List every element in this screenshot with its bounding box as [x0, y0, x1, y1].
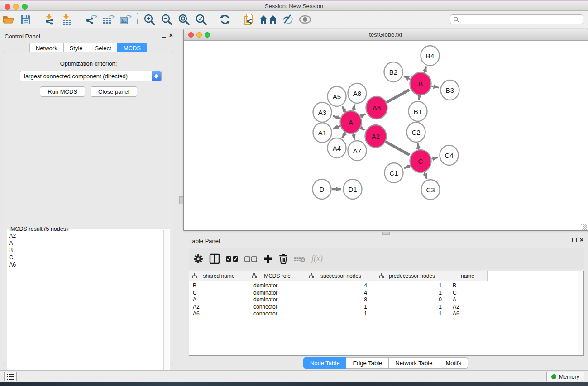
close-panel-button[interactable]: Close panel: [91, 86, 137, 97]
table-cell[interactable]: 1: [376, 290, 448, 297]
column-header-predecessor-nodes[interactable]: predecessor nodes: [376, 271, 448, 281]
close-table-panel-icon[interactable]: ×: [580, 238, 583, 242]
graph-edge-A-A4[interactable]: [342, 132, 345, 138]
graph-edge-A-A3[interactable]: [333, 116, 340, 119]
table-cell[interactable]: A: [189, 296, 249, 304]
table-cell[interactable]: C: [189, 290, 249, 297]
table-cell[interactable]: A6: [189, 310, 249, 318]
graph-node-A7[interactable]: A7: [348, 141, 367, 161]
graph-edge-B-B1[interactable]: [419, 95, 419, 100]
graph-node-A2[interactable]: A2: [365, 125, 387, 148]
deselect-all-icon[interactable]: [244, 252, 257, 266]
graph-node-C3[interactable]: C3: [421, 180, 440, 200]
export-image-icon[interactable]: [118, 13, 133, 26]
graph-edge-C-C1[interactable]: [404, 166, 410, 168]
zoom-in-icon[interactable]: [142, 13, 157, 26]
maximize-window-button[interactable]: [22, 4, 28, 10]
table-cell[interactable]: connector: [249, 310, 306, 318]
graph-node-A4[interactable]: A4: [328, 138, 346, 158]
graph-edge-A2-C[interactable]: [386, 142, 410, 155]
graph-edge-A-A6[interactable]: [361, 114, 366, 117]
graph-edge-A-A1[interactable]: [333, 126, 340, 129]
column-header-mcds-role[interactable]: MCDS role: [249, 271, 306, 281]
graph-edge-A6-B[interactable]: [387, 90, 409, 102]
hide-details-icon[interactable]: [280, 13, 296, 26]
zoom-fit-icon[interactable]: [176, 13, 191, 26]
graph-node-D[interactable]: D: [313, 179, 331, 199]
refresh-icon[interactable]: [217, 13, 233, 26]
column-header-successor-nodes[interactable]: successor nodes: [306, 271, 376, 281]
float-table-panel-icon[interactable]: [572, 238, 577, 242]
column-header-name[interactable]: name: [448, 271, 488, 281]
export-table-icon[interactable]: [100, 13, 116, 26]
graph-node-D1[interactable]: D1: [344, 179, 362, 199]
table-cell[interactable]: connector: [249, 304, 306, 311]
network-maximize-button[interactable]: [205, 32, 210, 38]
graph-node-B4[interactable]: B4: [421, 46, 440, 66]
graph-node-A6[interactable]: A6: [366, 96, 387, 119]
table-cell[interactable]: dominator: [249, 282, 306, 290]
criterion-dropdown[interactable]: largest connected component (directed): [20, 71, 162, 81]
zoom-out-icon[interactable]: [159, 13, 174, 26]
table-cell[interactable]: A: [448, 296, 488, 304]
mcds-result-item[interactable]: A6: [9, 261, 164, 268]
graph-node-B[interactable]: B: [410, 72, 431, 95]
graph-node-C1[interactable]: C1: [385, 163, 403, 183]
network-minimize-button[interactable]: [196, 32, 202, 38]
import-network-icon[interactable]: [42, 13, 57, 26]
graph-node-A3[interactable]: A3: [313, 102, 332, 122]
open-file-icon[interactable]: [1, 13, 16, 26]
graph-edge-A-A8[interactable]: [353, 104, 354, 111]
memory-button[interactable]: Memory: [546, 372, 584, 381]
graph-edge-C-C4[interactable]: [431, 157, 438, 159]
network-canvas[interactable]: AA5A8A3A1A4A7A6A2BB4B2B3B1CC2C1C4C3DD1: [184, 41, 587, 230]
graph-node-C2[interactable]: C2: [407, 122, 425, 142]
table-row[interactable]: Adominator80A: [189, 296, 583, 304]
table-row[interactable]: A2connector11A2: [189, 304, 583, 311]
table-cell[interactable]: 1: [306, 310, 376, 318]
table-cell[interactable]: 1: [376, 310, 448, 318]
table-cell[interactable]: 1: [376, 304, 448, 311]
mcds-result-item[interactable]: A2: [9, 232, 164, 239]
graph-node-A1[interactable]: A1: [313, 123, 332, 143]
table-cell[interactable]: A2: [448, 304, 488, 311]
mcds-result-item[interactable]: A: [9, 239, 164, 247]
graph-edge-B-B3[interactable]: [431, 86, 439, 87]
graph-node-A5[interactable]: A5: [328, 86, 346, 106]
graph-edge-C-C3[interactable]: [424, 172, 427, 179]
table-divider-handle[interactable]: [382, 232, 390, 235]
graph-edge-A-A7[interactable]: [353, 133, 354, 139]
window-resize-grip[interactable]: [581, 224, 587, 230]
home-network-icon[interactable]: [258, 13, 278, 26]
mcds-list-scrollbar[interactable]: [163, 230, 169, 383]
table-cell[interactable]: 4: [306, 290, 376, 297]
columns-icon[interactable]: [209, 252, 220, 266]
graph-node-B2[interactable]: B2: [384, 62, 403, 82]
graph-node-B1[interactable]: B1: [409, 101, 427, 121]
graph-edge-B-B4[interactable]: [424, 67, 426, 73]
table-cell[interactable]: 4: [306, 282, 376, 290]
table-row[interactable]: A6connector11A6: [189, 310, 583, 318]
tab-network-table[interactable]: Network Table: [388, 357, 439, 369]
table-cell[interactable]: A6: [448, 310, 488, 318]
save-session-icon[interactable]: [18, 13, 33, 26]
table-cell[interactable]: dominator: [249, 296, 306, 304]
table-scrollbar[interactable]: [578, 271, 583, 355]
graph-node-A8[interactable]: A8: [348, 83, 367, 103]
export-network-icon[interactable]: [83, 13, 99, 26]
mcds-result-item[interactable]: B: [9, 247, 164, 254]
search-input[interactable]: [459, 16, 573, 23]
tab-motifs[interactable]: Motifs: [439, 357, 468, 369]
graph-edge-C-C2[interactable]: [418, 143, 419, 150]
gear-icon[interactable]: [193, 252, 203, 266]
table-row[interactable]: Bdominator41B: [189, 282, 583, 290]
table-cell[interactable]: B: [448, 282, 488, 290]
zoom-selected-icon[interactable]: [193, 13, 209, 26]
table-row[interactable]: Cdominator41C: [189, 290, 583, 297]
select-all-icon[interactable]: [226, 252, 239, 266]
graph-node-C[interactable]: C: [410, 150, 431, 172]
graph-edge-A-A2[interactable]: [361, 128, 365, 130]
tab-edge-table[interactable]: Edge Table: [346, 357, 388, 369]
minimize-window-button[interactable]: [13, 4, 19, 10]
close-window-button[interactable]: [5, 4, 10, 10]
